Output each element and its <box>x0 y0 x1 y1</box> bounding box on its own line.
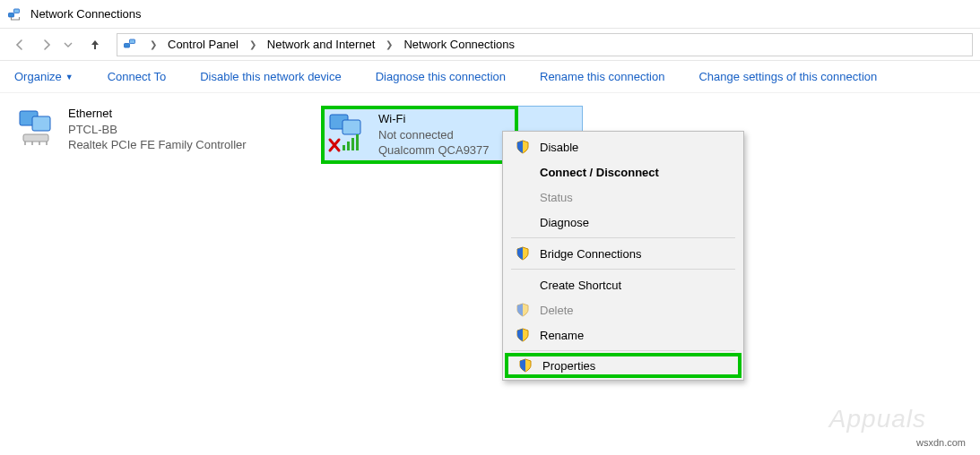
blank-icon <box>515 189 531 205</box>
shield-icon <box>515 302 531 318</box>
shield-icon <box>517 357 533 373</box>
shield-icon <box>515 327 531 343</box>
connect-to-button[interactable]: Connect To <box>102 66 172 87</box>
shield-icon <box>515 139 531 155</box>
ethernet-adapter-icon <box>16 106 59 149</box>
svg-rect-2 <box>125 43 130 47</box>
organize-menu[interactable]: Organize▼ <box>9 66 79 87</box>
content-area: Ethernet PTCL-BB Realtek PCIe FE Family … <box>0 93 980 451</box>
separator <box>511 237 735 238</box>
svg-rect-3 <box>130 39 135 44</box>
ctx-disable[interactable]: Disable <box>506 134 741 159</box>
window-title: Network Connections <box>30 7 142 21</box>
chevron-right-icon: ❯ <box>244 39 262 49</box>
watermark-source: wsxdn.com <box>916 437 966 448</box>
ctx-create-shortcut[interactable]: Create Shortcut <box>506 272 741 297</box>
nav-bar: ❯ Control Panel ❯ Network and Internet ❯… <box>0 29 980 61</box>
app-icon <box>7 6 23 22</box>
ctx-bridge[interactable]: Bridge Connections <box>506 241 741 266</box>
breadcrumb-segment[interactable]: Network Connections <box>398 34 520 56</box>
change-settings-button[interactable]: Change settings of this connection <box>693 66 882 87</box>
svg-rect-0 <box>9 13 14 17</box>
address-bar[interactable]: ❯ Control Panel ❯ Network and Internet ❯… <box>117 33 973 56</box>
adapter-name: Wi-Fi <box>378 111 490 127</box>
watermark-logo: Appuals <box>829 405 926 434</box>
history-dropdown[interactable] <box>61 32 75 57</box>
adapter-device: Realtek PCIe FE Family Controller <box>68 137 247 153</box>
adapter-name: Ethernet <box>68 106 247 122</box>
separator <box>511 269 735 270</box>
svg-rect-5 <box>32 116 50 131</box>
blank-icon <box>515 214 531 230</box>
adapter-item-wifi[interactable]: Wi-Fi Not connected Qualcomm QCA9377 <box>321 106 518 164</box>
svg-rect-6 <box>23 134 48 142</box>
adapter-status: Not connected <box>378 127 490 143</box>
up-button[interactable] <box>82 32 108 57</box>
blank-icon <box>515 164 531 180</box>
forward-button[interactable] <box>34 32 59 57</box>
chevron-right-icon: ❯ <box>380 39 398 49</box>
svg-rect-12 <box>356 134 359 150</box>
context-menu: Disable Connect / Disconnect Status Diag… <box>502 131 744 381</box>
ctx-diagnose[interactable]: Diagnose <box>506 210 741 235</box>
svg-rect-9 <box>343 145 345 150</box>
disable-device-button[interactable]: Disable this network device <box>195 66 347 87</box>
ctx-connect-disconnect[interactable]: Connect / Disconnect <box>506 159 741 185</box>
breadcrumb-segment[interactable]: Control Panel <box>162 34 244 56</box>
command-bar: Organize▼ Connect To Disable this networ… <box>0 61 980 93</box>
ctx-status: Status <box>506 185 741 210</box>
ctx-properties[interactable]: Properties <box>505 353 742 378</box>
adapter-device: Qualcomm QCA9377 <box>378 142 490 159</box>
diagnose-button[interactable]: Diagnose this connection <box>370 66 511 87</box>
back-button[interactable] <box>7 32 32 57</box>
wifi-adapter-icon <box>326 111 369 154</box>
ctx-delete: Delete <box>506 297 741 322</box>
adapter-item-ethernet[interactable]: Ethernet PTCL-BB Realtek PCIe FE Family … <box>16 106 285 153</box>
adapter-status: PTCL-BB <box>68 122 247 138</box>
shield-icon <box>515 245 531 262</box>
chevron-right-icon: ❯ <box>144 39 162 49</box>
blank-icon <box>515 277 531 293</box>
chevron-down-icon: ▼ <box>65 73 74 82</box>
ctx-rename[interactable]: Rename <box>506 322 741 348</box>
svg-rect-10 <box>347 142 350 150</box>
svg-rect-1 <box>14 9 20 13</box>
rename-connection-button[interactable]: Rename this connection <box>534 66 670 87</box>
separator <box>511 350 735 351</box>
svg-rect-11 <box>351 138 354 150</box>
title-bar: Network Connections <box>0 0 980 29</box>
address-bar-icon <box>123 37 139 53</box>
svg-rect-8 <box>343 120 360 134</box>
breadcrumb-segment[interactable]: Network and Internet <box>262 34 381 56</box>
